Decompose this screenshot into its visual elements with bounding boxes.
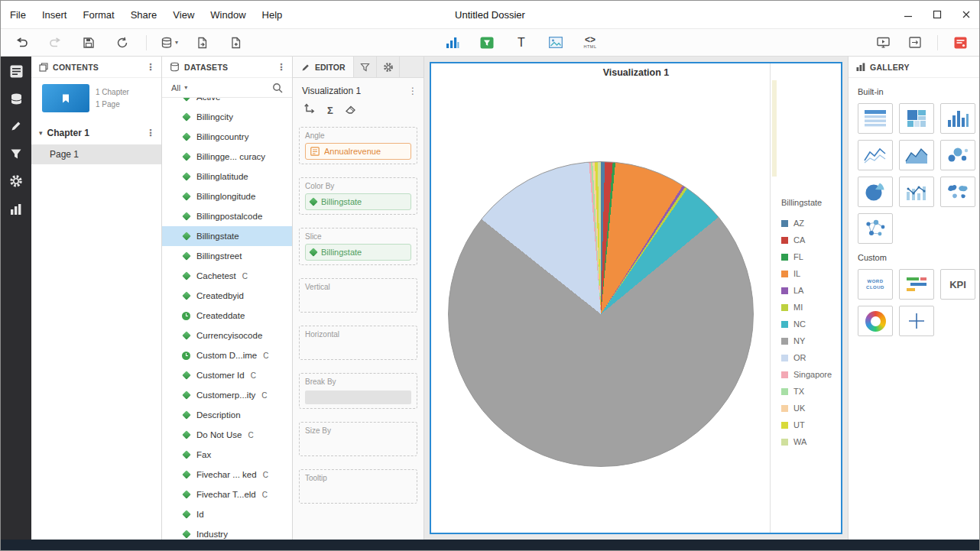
dropzone-slice[interactable]: Slice Billingstate [299, 228, 417, 265]
legend-item[interactable]: TX [781, 383, 832, 400]
insert-image-button[interactable] [546, 33, 566, 53]
dropzone-horizontal[interactable]: Horizontal [299, 326, 417, 360]
field-pill-attribute[interactable]: Billingstate [305, 244, 411, 261]
dropzone-tooltip[interactable]: Tooltip [299, 469, 417, 504]
field-pill-metric[interactable]: Annualrevenue [305, 143, 411, 160]
dataset-field[interactable]: Billingpostalcode [162, 206, 292, 226]
legend-item[interactable]: LA [781, 282, 832, 299]
undo-button[interactable] [11, 33, 31, 53]
dataset-field[interactable]: Billingcountry [162, 127, 292, 147]
search-button[interactable] [272, 83, 283, 93]
gallery-tile-bubble-chart[interactable] [940, 140, 975, 170]
gallery-tile-gantt[interactable] [899, 269, 934, 300]
rail-format-button[interactable] [7, 117, 25, 135]
dataset-field[interactable]: Customerp...ity C [162, 385, 292, 405]
gallery-tile-pie-chart[interactable] [858, 177, 893, 207]
viz-menu-button[interactable] [408, 86, 417, 96]
dataset-field[interactable]: Customer Id C [162, 365, 292, 385]
dataset-field[interactable]: Id [162, 504, 292, 524]
rail-settings-button[interactable] [7, 172, 25, 190]
dataset-field[interactable]: Cachetest C [162, 266, 292, 286]
dropzone-size-by[interactable]: Size By [299, 422, 417, 456]
tab-editor[interactable]: EDITOR [293, 57, 354, 77]
gallery-tile-heatmap[interactable] [899, 103, 934, 134]
dataset-field[interactable]: Fax [162, 445, 292, 465]
menu-item[interactable]: Format [80, 8, 116, 22]
gallery-tile-kpi[interactable]: KPI [940, 269, 975, 300]
dataset-field[interactable]: Createddate [162, 306, 292, 326]
legend-item[interactable]: CA [781, 232, 832, 248]
presentation-mode-button[interactable] [873, 33, 893, 53]
aggregation-button[interactable]: Σ [327, 105, 333, 116]
legend-item[interactable]: FL [781, 248, 832, 265]
dataset-field[interactable]: Industry [162, 524, 292, 540]
tab-filter[interactable] [354, 57, 377, 77]
legend-item[interactable]: NY [781, 332, 832, 349]
minimize-button[interactable] [901, 8, 915, 21]
maximize-button[interactable] [930, 8, 944, 21]
dropzone-break-by[interactable]: Break By [299, 373, 417, 409]
legend-scrollbar[interactable] [772, 80, 777, 177]
gallery-tile-bar-chart[interactable] [940, 103, 975, 134]
dataset-field[interactable]: Billingcity [162, 107, 292, 127]
gallery-tile-line-chart[interactable] [858, 140, 893, 170]
dataset-field[interactable]: Currencyisocode [162, 326, 292, 345]
rail-filter-button[interactable] [7, 144, 25, 163]
insert-chapter-button[interactable] [192, 33, 212, 53]
dossier-thumbnail[interactable] [42, 84, 89, 112]
legend-item[interactable]: WA [781, 433, 832, 450]
chapter-item[interactable]: Chapter 1 [31, 120, 161, 144]
menu-item[interactable]: Insert [40, 8, 70, 22]
dataset-field[interactable]: Active [162, 98, 292, 107]
dataset-field[interactable]: Billingge... curacy [162, 147, 292, 167]
legend-item[interactable]: OR [781, 349, 832, 366]
chapter-menu-button[interactable] [146, 128, 155, 138]
rail-datasets-button[interactable] [7, 89, 25, 108]
page-item[interactable]: Page 1 [31, 144, 161, 164]
menu-item[interactable]: Help [260, 8, 285, 22]
menu-item[interactable]: Window [208, 8, 248, 22]
reset-layout-button[interactable] [905, 33, 925, 53]
legend-item[interactable]: NC [781, 316, 832, 332]
dropzone-angle[interactable]: Angle Annualrevenue [299, 127, 417, 164]
legend-item[interactable]: MI [781, 299, 832, 316]
menu-item[interactable]: Share [128, 8, 160, 22]
dataset-field[interactable]: Fivechar T...eld C [162, 485, 292, 504]
gallery-tile-network[interactable] [858, 213, 893, 244]
dataset-field[interactable]: Do Not Use C [162, 425, 292, 445]
tab-properties[interactable] [377, 57, 400, 77]
pie-chart[interactable] [448, 161, 754, 467]
dataset-field[interactable]: Description [162, 405, 292, 425]
dataset-field[interactable]: Fivechar ... ked C [162, 465, 292, 485]
redo-button[interactable] [45, 33, 65, 53]
gallery-tile-combo-chart[interactable] [899, 177, 934, 207]
dataset-filter-dropdown[interactable]: All [171, 83, 187, 92]
legend-item[interactable]: AZ [781, 215, 832, 232]
gallery-tile-ring[interactable] [858, 306, 893, 336]
datasets-menu-button[interactable] [277, 62, 286, 73]
feedback-button[interactable] [950, 33, 970, 53]
insert-visualization-button[interactable] [443, 33, 462, 53]
rail-contents-button[interactable] [7, 62, 25, 80]
clear-button[interactable] [345, 103, 357, 118]
dropzone-color-by[interactable]: Color By Billingstate [299, 177, 417, 215]
gallery-tile-grid[interactable] [858, 103, 893, 134]
refresh-button[interactable] [112, 33, 132, 53]
insert-page-button[interactable] [226, 33, 245, 53]
dataset-field[interactable]: Billinglongitude [162, 186, 292, 206]
insert-text-button[interactable]: T [511, 33, 531, 53]
dataset-field[interactable]: Billingstate [162, 226, 292, 246]
legend-item[interactable]: IL [781, 265, 832, 282]
gallery-tile-map[interactable] [940, 177, 975, 207]
dataset-field[interactable]: Createdbyid [162, 286, 292, 306]
dataset-field[interactable]: Billinglatitude [162, 167, 292, 186]
legend-item[interactable]: Singapore [781, 366, 832, 383]
dataset-field[interactable]: Billingstreet [162, 246, 292, 266]
insert-html-button[interactable]: <> HTML [580, 33, 600, 53]
gallery-tile-area-chart[interactable] [899, 140, 934, 170]
close-button[interactable] [959, 8, 973, 21]
insert-filter-button[interactable] [477, 33, 497, 53]
legend-item[interactable]: UK [781, 400, 832, 416]
rail-visualizations-button[interactable] [7, 199, 25, 218]
dataset-field[interactable]: Custom D...ime C [162, 345, 292, 365]
